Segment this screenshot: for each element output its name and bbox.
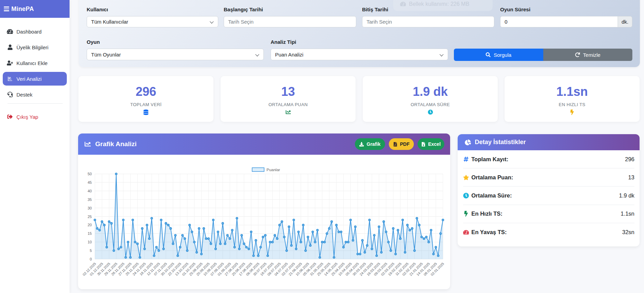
svg-text:25: 25 bbox=[88, 215, 92, 219]
svg-text:0: 0 bbox=[90, 257, 92, 261]
svg-text:40: 40 bbox=[88, 189, 92, 193]
svg-text:5: 5 bbox=[90, 249, 92, 253]
svg-text:20: 20 bbox=[88, 223, 92, 227]
svg-text:15: 15 bbox=[88, 231, 92, 235]
svg-text:10: 10 bbox=[88, 240, 92, 244]
svg-text:35: 35 bbox=[88, 198, 92, 202]
svg-text:Puanlar: Puanlar bbox=[267, 168, 280, 172]
svg-text:45: 45 bbox=[88, 180, 92, 184]
svg-text:50: 50 bbox=[88, 172, 92, 176]
svg-text:30: 30 bbox=[88, 206, 92, 210]
